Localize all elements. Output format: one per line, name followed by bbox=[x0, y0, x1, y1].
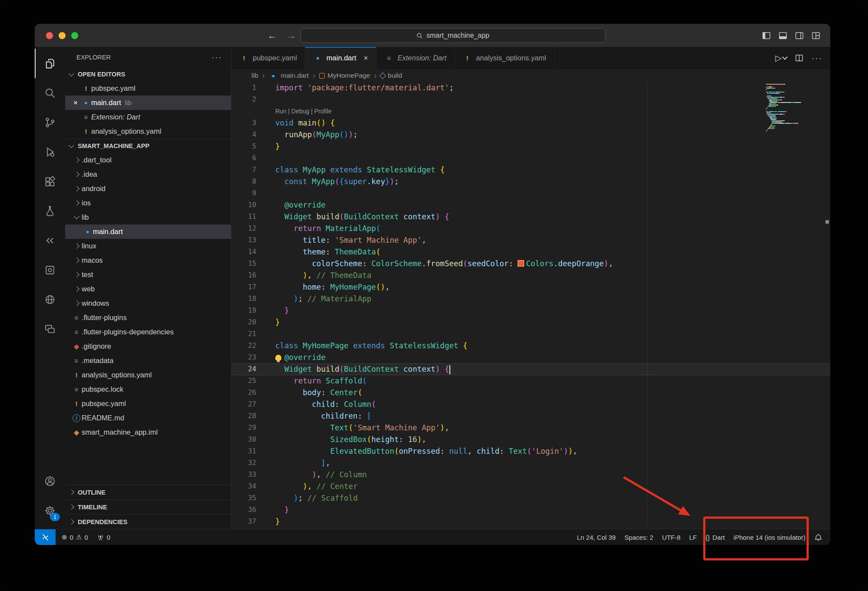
line-number[interactable]: 25 bbox=[231, 375, 256, 387]
source-control-icon[interactable] bbox=[35, 108, 65, 137]
editor-scrollbar[interactable] bbox=[824, 82, 830, 529]
toggle-secondary-sidebar-icon[interactable] bbox=[795, 31, 804, 40]
ports-indicator[interactable]: 0 bbox=[97, 534, 110, 541]
code-line[interactable]: 10 @override bbox=[231, 199, 830, 211]
breadcrumb-item[interactable]: ●main.dart bbox=[269, 72, 309, 79]
line-number[interactable]: 33 bbox=[231, 469, 256, 481]
line-number[interactable]: 3 bbox=[231, 117, 256, 129]
code-line[interactable]: 28 children: [ bbox=[231, 410, 830, 422]
codelens-link[interactable]: Debug bbox=[291, 108, 309, 115]
code-line[interactable]: 20} bbox=[231, 317, 830, 328]
code-line[interactable]: 19 } bbox=[231, 305, 830, 317]
line-number[interactable]: 9 bbox=[231, 188, 256, 199]
code-line[interactable]: 27 child: Column( bbox=[231, 399, 830, 410]
line-number[interactable]: 29 bbox=[231, 422, 256, 434]
file-tree-item[interactable]: ≡.flutter-plugins bbox=[65, 310, 231, 325]
folder-tree-item[interactable]: .idea bbox=[65, 167, 231, 182]
folder-tree-item[interactable]: web bbox=[65, 282, 231, 296]
testing-icon[interactable] bbox=[35, 196, 65, 226]
line-number[interactable]: 11 bbox=[231, 211, 256, 223]
line-number[interactable]: 32 bbox=[231, 457, 256, 469]
tab[interactable]: !pubspec.yaml bbox=[231, 47, 305, 69]
search-view-icon[interactable] bbox=[35, 78, 65, 108]
code-line[interactable]: 8 const MyApp({super.key}); bbox=[231, 176, 830, 188]
file-tree-item[interactable]: iREADME.md bbox=[65, 411, 231, 425]
file-tree-item[interactable]: ◆.gitignore bbox=[65, 339, 231, 353]
explorer-icon[interactable] bbox=[35, 49, 65, 78]
remote-explorer-icon[interactable] bbox=[35, 314, 65, 344]
line-number[interactable]: 36 bbox=[231, 504, 256, 516]
line-number[interactable]: 17 bbox=[231, 281, 256, 293]
code-line[interactable]: 17 home: MyHomePage(), bbox=[231, 281, 830, 293]
line-number[interactable]: 27 bbox=[231, 399, 256, 410]
codelens-link[interactable]: Profile bbox=[314, 108, 332, 115]
forward-icon[interactable]: → bbox=[287, 30, 296, 41]
run-and-debug-icon[interactable] bbox=[35, 137, 65, 167]
folder-tree-item[interactable]: .dart_tool bbox=[65, 153, 231, 167]
references-icon[interactable] bbox=[35, 226, 65, 255]
tab[interactable]: ≡Extension: Dart bbox=[376, 47, 455, 69]
code-line[interactable]: 7class MyApp extends StatelessWidget { bbox=[231, 164, 830, 176]
line-number[interactable]: 5 bbox=[231, 141, 256, 152]
explorer-more-actions-icon[interactable]: ··· bbox=[211, 53, 222, 62]
codelens-link[interactable]: Run bbox=[275, 108, 287, 115]
close-window-button[interactable] bbox=[46, 32, 53, 39]
folder-tree-item[interactable]: ios bbox=[65, 196, 231, 210]
sidebar-section-dependencies[interactable]: DEPENDENCIES bbox=[65, 514, 231, 529]
problems-indicator[interactable]: ⊗ 0 ⚠ 0 bbox=[62, 533, 88, 541]
close-icon[interactable]: × bbox=[73, 99, 78, 107]
customize-layout-icon[interactable] bbox=[811, 31, 821, 40]
line-number[interactable]: 2 bbox=[231, 94, 256, 106]
line-number[interactable]: 22 bbox=[231, 340, 256, 352]
open-editor-item[interactable]: ≡Extension: Dart bbox=[65, 110, 231, 124]
line-number[interactable]: 30 bbox=[231, 434, 256, 446]
code-line[interactable]: 1import 'package:flutter/material.dart'; bbox=[231, 82, 830, 94]
code-line[interactable]: 30 SizedBox(height: 16), bbox=[231, 434, 830, 446]
open-editor-item[interactable]: ×●main.dartlib bbox=[65, 96, 231, 110]
file-tree-item[interactable]: ●main.dart bbox=[65, 225, 231, 239]
line-number[interactable]: 6 bbox=[231, 152, 256, 164]
file-tree-item[interactable]: !analysis_options.yaml bbox=[65, 368, 231, 382]
line-number[interactable]: 10 bbox=[231, 199, 256, 211]
line-number[interactable]: 35 bbox=[231, 492, 256, 504]
indentation[interactable]: Spaces: 2 bbox=[624, 534, 653, 541]
breadcrumb-item[interactable]: lib bbox=[251, 72, 258, 79]
language-mode[interactable]: {}Dart bbox=[706, 534, 725, 541]
cursor-position[interactable]: Ln 24, Col 39 bbox=[577, 534, 616, 541]
code-line[interactable]: 36 } bbox=[231, 504, 830, 516]
file-tree-item[interactable]: ≡.metadata bbox=[65, 353, 231, 368]
open-editors-section-header[interactable]: OPEN EDITORS bbox=[65, 67, 231, 81]
folder-tree-item[interactable]: windows bbox=[65, 296, 231, 310]
file-tree-item[interactable]: !pubspec.yaml bbox=[65, 396, 231, 411]
accounts-icon[interactable] bbox=[35, 466, 65, 496]
folder-tree-item[interactable]: test bbox=[65, 267, 231, 282]
code-line[interactable]: 9 bbox=[231, 188, 830, 199]
browser-preview-icon[interactable] bbox=[35, 285, 65, 314]
code-line[interactable]: 37} bbox=[231, 516, 830, 528]
settings-gear-icon[interactable]: 1 bbox=[35, 496, 65, 525]
code-line[interactable]: 25 return Scaffold( bbox=[231, 375, 830, 387]
breadcrumb-item[interactable]: build bbox=[380, 72, 402, 79]
minimap[interactable] bbox=[766, 84, 806, 133]
line-number[interactable]: 24 bbox=[231, 363, 256, 375]
code-line[interactable]: 6 bbox=[231, 152, 830, 164]
line-number[interactable]: 7 bbox=[231, 164, 256, 176]
code-line[interactable]: 24 Widget build(BuildContext context) { bbox=[231, 363, 830, 375]
folder-tree-item[interactable]: android bbox=[65, 182, 231, 196]
device-selector[interactable]: iPhone 14 (ios simulator) bbox=[733, 534, 805, 541]
lightbulb-icon[interactable] bbox=[275, 355, 281, 361]
line-number[interactable]: 38 bbox=[231, 528, 256, 529]
code-line[interactable]: 33 ), // Column bbox=[231, 469, 830, 481]
file-tree-item[interactable]: ◈smart_machine_app.iml bbox=[65, 425, 231, 439]
line-number[interactable]: 15 bbox=[231, 258, 256, 270]
eol[interactable]: LF bbox=[689, 534, 697, 541]
code-line[interactable]: 29 Text('Smart Machine App'), bbox=[231, 422, 830, 434]
code-editor[interactable]: 1import 'package:flutter/material.dart';… bbox=[231, 82, 830, 529]
code-line[interactable]: 23@override bbox=[231, 352, 830, 363]
folder-tree-item[interactable]: macos bbox=[65, 253, 231, 267]
toggle-primary-sidebar-icon[interactable] bbox=[762, 31, 771, 40]
code-line[interactable]: 13 title: 'Smart Machine App', bbox=[231, 234, 830, 246]
line-number[interactable]: 37 bbox=[231, 516, 256, 528]
tab[interactable]: ●main.dart× bbox=[305, 47, 376, 69]
minimize-window-button[interactable] bbox=[59, 32, 66, 39]
